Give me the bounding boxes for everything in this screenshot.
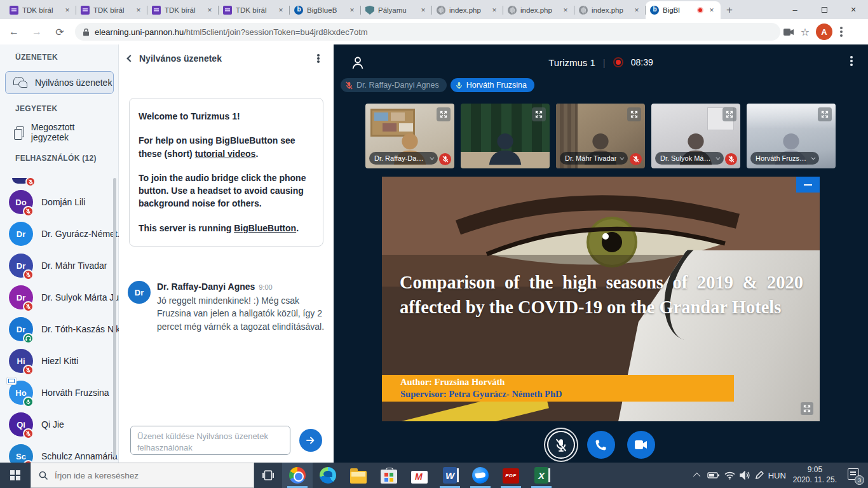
window-restore-button[interactable]: [810, 0, 839, 19]
webcam-video[interactable]: Horváth Fruzsina: [747, 104, 836, 168]
browser-tab[interactable]: index.php: [574, 1, 646, 19]
sidebar-item-shared-notes[interactable]: Megosztott jegyzetek: [5, 121, 114, 144]
browser-menu-icon[interactable]: [840, 30, 843, 33]
shared-notes-label: Megosztott jegyzetek: [31, 122, 114, 142]
camera-in-use-icon[interactable]: [780, 24, 797, 40]
sidebar-item-public-chat[interactable]: Nyilvános üzenetek: [5, 71, 114, 94]
new-tab-button[interactable]: [721, 1, 738, 19]
fullscreen-expand-icon[interactable]: [818, 107, 832, 121]
webcam-video[interactable]: Dr. Sulyok Márta ...: [651, 104, 740, 168]
webcam-name-tag[interactable]: Dr. Máhr Tivadar: [560, 152, 628, 165]
browser-tab[interactable]: TDK bírál: [219, 1, 290, 19]
presentation-fullscreen-icon[interactable]: [801, 402, 813, 415]
bookmark-star-icon[interactable]: ☆: [797, 24, 813, 40]
browser-tab[interactable]: BigBlueB: [290, 1, 361, 19]
fullscreen-expand-icon[interactable]: [722, 107, 736, 121]
webcam-name-tag[interactable]: Dr. Raffay-Danyi ...: [369, 152, 438, 165]
recording-indicator-icon[interactable]: [613, 57, 623, 67]
talker-pill[interactable]: Dr. Raffay-Danyi Agnes: [341, 78, 447, 92]
webcam-video[interactable]: Strack Flórián: [461, 104, 550, 168]
browser-tab[interactable]: BigBl: [646, 1, 721, 19]
webcam-video[interactable]: Dr. Máhr Tivadar: [556, 104, 645, 168]
chat-back-chevron-icon[interactable]: [126, 55, 133, 62]
user-list-item[interactable]: Do Domján Lili: [0, 186, 119, 218]
browser-tab[interactable]: TDK bírál: [76, 1, 147, 19]
chat-message-input[interactable]: [130, 426, 290, 455]
tab-close-icon[interactable]: [134, 6, 143, 15]
taskbar-app-icon[interactable]: [404, 463, 435, 488]
taskbar-app-icon[interactable]: [343, 463, 374, 488]
tab-close-icon[interactable]: [490, 6, 499, 15]
tab-close-icon[interactable]: [561, 6, 570, 15]
presentation-minimize-button[interactable]: [796, 177, 820, 193]
presentation-area[interactable]: Comparison of the high seasons of 2019 &…: [382, 177, 820, 421]
taskbar-app-icon[interactable]: [313, 463, 343, 488]
bigbluebutton-link[interactable]: BigBlueButton: [234, 223, 296, 233]
pen-icon[interactable]: [755, 471, 764, 480]
taskbar-app-icon[interactable]: [496, 463, 526, 488]
webcam-name-tag[interactable]: Dr. Sulyok Márta ...: [655, 152, 724, 165]
browser-tab[interactable]: Pályamu: [361, 1, 432, 19]
user-list-item[interactable]: Dr Dr. Máhr Tivadar: [0, 250, 119, 281]
address-bar[interactable]: elearning.uni-pannon.hu/html5client/join…: [75, 23, 780, 41]
user-list-item[interactable]: Dr Dr. Tóth-Kaszás Nik...: [0, 313, 119, 345]
browser-tab[interactable]: index.php: [432, 1, 503, 19]
meeting-options-menu-icon[interactable]: [850, 60, 853, 62]
search-input[interactable]: [55, 471, 233, 480]
tab-close-icon[interactable]: [419, 6, 428, 15]
send-message-button[interactable]: [299, 429, 322, 452]
webcam-video[interactable]: Dr. Raffay-Danyi ...: [365, 104, 454, 168]
taskbar-app-icon[interactable]: [526, 463, 557, 488]
taskbar-clock[interactable]: 9:05 2020. 11. 25.: [793, 465, 837, 485]
webcam-share-button[interactable]: [627, 431, 655, 459]
action-center-button[interactable]: 3: [846, 468, 863, 482]
tab-close-icon[interactable]: [63, 6, 72, 15]
task-view-button[interactable]: [254, 463, 282, 488]
reload-button[interactable]: [51, 23, 69, 41]
forward-button[interactable]: [28, 23, 46, 41]
browser-tab[interactable]: TDK bírál: [5, 1, 76, 19]
battery-icon[interactable]: [707, 471, 720, 479]
wifi-icon[interactable]: [724, 471, 735, 480]
user-list-item[interactable]: Sc Schulcz Annamária: [0, 440, 119, 463]
back-button[interactable]: [5, 23, 23, 41]
user-list-item[interactable]: Hi Hiezl Kitti: [0, 345, 119, 377]
taskbar-app-icon[interactable]: [435, 463, 465, 488]
user-status-badge: [23, 206, 34, 217]
webcam-name-tag[interactable]: Horváth Fruzsina: [750, 152, 819, 165]
tab-close-icon[interactable]: [632, 6, 641, 15]
taskbar-search-box[interactable]: [31, 463, 254, 488]
tab-close-icon[interactable]: [348, 6, 356, 15]
taskbar-app-icon[interactable]: [282, 463, 313, 488]
taskbar-app-icon[interactable]: [374, 463, 404, 488]
action-bar: [334, 427, 868, 463]
user-list-scrollbar[interactable]: [113, 178, 116, 458]
tutorial-videos-link[interactable]: tutorial videos: [195, 149, 256, 159]
language-indicator[interactable]: HUN: [768, 471, 786, 480]
start-button[interactable]: [0, 463, 31, 488]
tab-close-icon[interactable]: [205, 6, 214, 15]
tab-close-icon[interactable]: [276, 6, 285, 15]
mute-toggle-button[interactable]: [547, 431, 575, 459]
user-list-item[interactable]: Ho Horváth Fruzsina: [0, 377, 119, 409]
fullscreen-expand-icon[interactable]: [532, 107, 546, 121]
user-list-item[interactable]: Dr Dr. Gyurácz-Német...: [0, 218, 119, 250]
tray-chevron-up-icon[interactable]: [693, 473, 700, 480]
fullscreen-expand-icon[interactable]: [627, 107, 641, 121]
browser-tab[interactable]: TDK bírál: [147, 1, 219, 19]
user-list-item[interactable]: Dr Dr. Sulyok Márta Ju...: [0, 281, 119, 313]
fullscreen-expand-icon[interactable]: [437, 107, 451, 121]
browser-tab[interactable]: index.php: [503, 1, 574, 19]
chevron-down-icon: [620, 155, 625, 159]
volume-icon[interactable]: [740, 471, 750, 480]
user-list-item[interactable]: Qi Qi Jie: [0, 409, 119, 440]
window-close-button[interactable]: [839, 0, 868, 19]
notes-icon: [14, 126, 24, 139]
talker-pill[interactable]: Horváth Fruzsina: [451, 78, 534, 92]
window-minimize-button[interactable]: [780, 0, 810, 19]
audio-join-button[interactable]: [587, 431, 615, 459]
browser-profile-avatar[interactable]: A: [816, 24, 832, 40]
tab-close-icon[interactable]: [707, 6, 716, 15]
chat-options-menu-icon[interactable]: [317, 57, 320, 60]
taskbar-app-icon[interactable]: [465, 463, 496, 488]
